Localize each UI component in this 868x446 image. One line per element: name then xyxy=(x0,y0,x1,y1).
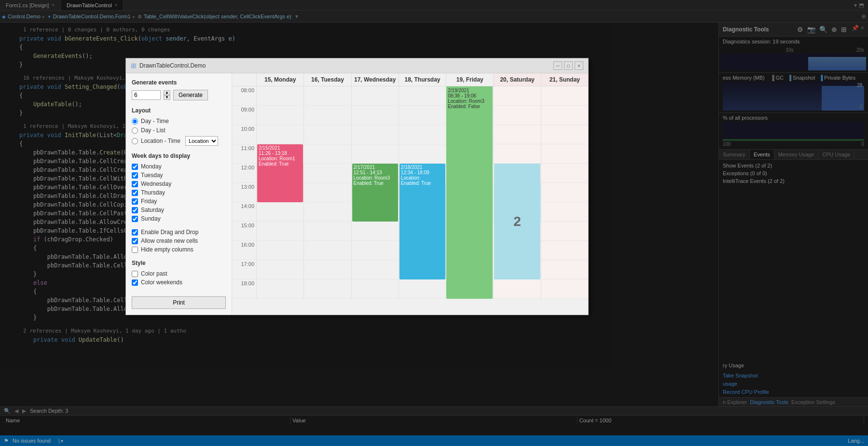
dialog-minimize-btn[interactable]: ─ xyxy=(553,61,562,70)
generate-down-btn[interactable]: ▼ xyxy=(164,95,170,100)
dialog-controls: ─ □ × xyxy=(553,61,583,70)
cell-sat-1800[interactable] xyxy=(493,279,540,299)
cell-wed-1800[interactable] xyxy=(351,279,399,299)
event-enabled-2: Enabled: True xyxy=(354,181,397,186)
cell-tue-0800[interactable] xyxy=(303,86,351,106)
cell-mon-1400[interactable] xyxy=(256,202,303,222)
cell-sun-1400[interactable] xyxy=(541,202,588,222)
radio-location-time[interactable] xyxy=(132,138,138,144)
dialog-body: Generate events ▲ ▼ Generate Layout Day … xyxy=(126,73,588,315)
cell-sat-0900[interactable] xyxy=(493,106,540,125)
cell-mon-1800[interactable] xyxy=(256,279,303,299)
generate-button[interactable]: Generate xyxy=(173,90,208,100)
event-block-5[interactable]: 2 xyxy=(494,164,540,279)
cell-sun-1200[interactable] xyxy=(541,164,588,183)
cb-saturday[interactable] xyxy=(132,207,138,213)
cell-wed-1000[interactable] xyxy=(351,125,399,144)
event-block-2[interactable]: 2/17/2021 12:51 - 14:13 Location: Room3 … xyxy=(352,164,398,222)
opt-allow-create: Allow create new cells xyxy=(132,237,226,244)
cell-sun-1300[interactable] xyxy=(541,183,588,202)
cell-wed-1700[interactable] xyxy=(351,260,399,279)
label-day-time: Day - Time xyxy=(141,118,169,125)
dialog-close-btn[interactable]: × xyxy=(575,61,583,70)
cb-sunday[interactable] xyxy=(132,216,138,222)
event-date-1: 2/15/2021 xyxy=(259,145,302,151)
cell-mon-0900[interactable] xyxy=(256,106,303,125)
radio-day-time[interactable] xyxy=(132,118,138,125)
cal-header-mon: 15, Monday xyxy=(256,73,303,86)
cell-mon-1500[interactable] xyxy=(256,222,303,241)
generate-events-label: Generate events xyxy=(132,79,226,86)
cb-tuesday[interactable] xyxy=(132,172,138,179)
cal-header-tue: 16, Tuesday xyxy=(303,73,351,86)
cell-thu-1200[interactable]: 2/18/2021 12:34 - 18:09 Location: Enable… xyxy=(399,164,446,183)
cell-wed-0900[interactable] xyxy=(351,106,399,125)
cell-thu-1800[interactable] xyxy=(399,279,446,299)
radio-day-list[interactable] xyxy=(132,127,138,134)
event-block-3[interactable]: 2/18/2021 12:34 - 18:09 Location: Enable… xyxy=(400,164,445,279)
cal-header-time xyxy=(232,73,256,86)
cell-wed-0800[interactable] xyxy=(351,86,399,106)
cb-friday[interactable] xyxy=(132,198,138,205)
time-1100: 11:00 xyxy=(232,144,256,164)
cell-sat-1000[interactable] xyxy=(493,125,540,144)
cb-hide-empty[interactable] xyxy=(132,247,138,253)
cell-sun-0900[interactable] xyxy=(541,106,588,125)
cell-wed-1500[interactable] xyxy=(351,222,399,241)
cell-mon-1000[interactable] xyxy=(256,125,303,144)
cell-sat-1200[interactable]: 2 xyxy=(493,164,540,183)
cell-thu-1000[interactable] xyxy=(399,125,446,144)
cell-sun-1500[interactable] xyxy=(541,222,588,241)
event-num-5: 2 xyxy=(513,214,521,229)
cell-sun-1000[interactable] xyxy=(541,125,588,144)
cell-mon-1100[interactable]: 2/15/2021 11:26 - 13:18 Location: Room1 … xyxy=(256,144,303,164)
cell-tue-1300[interactable] xyxy=(303,183,351,202)
cell-wed-1100[interactable] xyxy=(351,144,399,164)
cell-sun-1700[interactable] xyxy=(541,260,588,279)
cell-sun-1100[interactable] xyxy=(541,144,588,164)
cell-tue-1200[interactable] xyxy=(303,164,351,183)
cell-sun-0800[interactable] xyxy=(541,86,588,106)
cell-sat-0800[interactable] xyxy=(493,86,540,106)
generate-events-input[interactable] xyxy=(132,90,161,100)
cb-monday[interactable] xyxy=(132,164,138,170)
label-wednesday: Wednesday xyxy=(141,181,171,187)
cell-tue-1800[interactable] xyxy=(303,279,351,299)
cb-color-past[interactable] xyxy=(132,271,138,277)
print-button[interactable]: Print xyxy=(132,296,226,309)
event-block-1[interactable]: 2/15/2021 11:26 - 13:18 Location: Room1 … xyxy=(257,144,303,202)
cb-thursday[interactable] xyxy=(132,190,138,196)
dialog-maximize-btn[interactable]: □ xyxy=(564,61,573,70)
cb-wednesday[interactable] xyxy=(132,181,138,187)
cell-sat-1100[interactable] xyxy=(493,144,540,164)
cb-color-weekends[interactable] xyxy=(132,279,138,286)
cell-wed-1600[interactable] xyxy=(351,241,399,260)
cell-tue-1400[interactable] xyxy=(303,202,351,222)
event-block-4[interactable]: 2/19/2021 08:38 - 19:06 Location: Room3 … xyxy=(446,86,493,299)
cell-tue-1100[interactable] xyxy=(303,144,351,164)
cal-scroll[interactable]: 08:00 09:00 xyxy=(232,86,588,315)
cal-grid: 08:00 09:00 xyxy=(232,86,588,299)
cell-tue-1700[interactable] xyxy=(303,260,351,279)
cell-mon-0800[interactable] xyxy=(256,86,303,106)
cell-thu-0800[interactable] xyxy=(399,86,446,106)
dialog-overlay: ⊞ DrawnTableControl.Demo ─ □ × Generate … xyxy=(0,0,868,446)
location-select[interactable]: Location xyxy=(185,136,218,146)
cb-allow-create[interactable] xyxy=(132,238,138,244)
cell-tue-1000[interactable] xyxy=(303,125,351,144)
time-0800: 08:00 xyxy=(232,86,256,106)
cell-wed-1200[interactable]: 2/17/2021 12:51 - 14:13 Location: Room3 … xyxy=(351,164,399,183)
dialog: ⊞ DrawnTableControl.Demo ─ □ × Generate … xyxy=(125,58,589,315)
cell-tue-1500[interactable] xyxy=(303,222,351,241)
cell-mon-1700[interactable] xyxy=(256,260,303,279)
cell-tue-1600[interactable] xyxy=(303,241,351,260)
cell-sun-1800[interactable] xyxy=(541,279,588,299)
cell-thu-0900[interactable] xyxy=(399,106,446,125)
cb-drag-drop[interactable] xyxy=(132,229,138,236)
generate-up-btn[interactable]: ▲ xyxy=(164,90,170,95)
cell-mon-1600[interactable] xyxy=(256,241,303,260)
cell-sun-1600[interactable] xyxy=(541,241,588,260)
cell-thu-1100[interactable] xyxy=(399,144,446,164)
cell-tue-0900[interactable] xyxy=(303,106,351,125)
dialog-title-text: DrawnTableControl.Demo xyxy=(139,62,206,69)
